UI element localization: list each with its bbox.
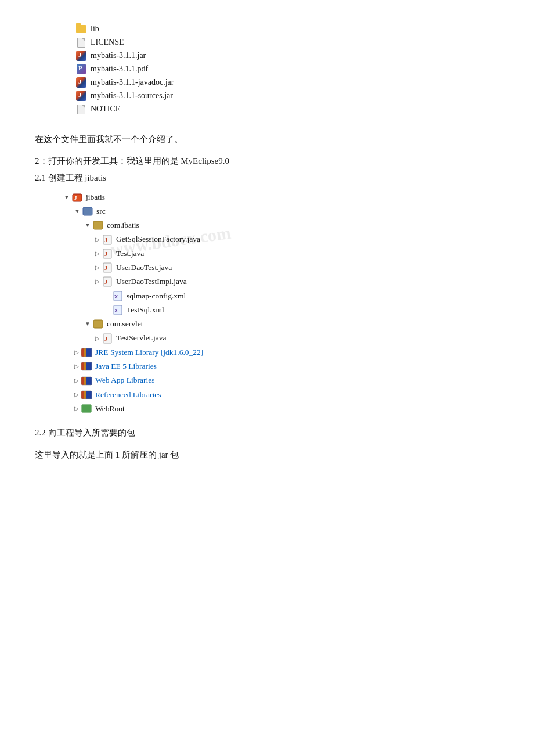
file-name: mybatis-3.1.1.jar [91, 51, 146, 60]
collapse-arrow: ▷ [74, 404, 79, 414]
tree-item-javaee-library[interactable]: ▷ Java EE 5 Libraries [74, 359, 499, 373]
library-icon [81, 347, 92, 358]
svg-rect-5 [93, 221, 103, 229]
tree-item-jre-library[interactable]: ▷ JRE System Library [jdk1.6.0_22] [74, 345, 499, 359]
svg-rect-33 [86, 377, 92, 385]
tree-label: Java EE 5 Libraries [95, 359, 157, 373]
tree-label: com.servlet [107, 317, 143, 331]
file-name: LICENSE [91, 38, 124, 47]
svg-rect-39 [82, 405, 91, 412]
list-item: NOTICE [75, 103, 499, 115]
tree-label: Test.java [116, 247, 144, 261]
tree-item-getsqlsessionfactory[interactable]: ▷ J GetSqlSessionFactory.java [95, 232, 499, 246]
file-name: mybatis-3.1.1.pdf [91, 64, 148, 74]
collapse-arrow: ▷ [95, 262, 100, 273]
tree-label: com.ibatis [107, 218, 139, 232]
page-content: lib LICENSE mybatis-3.1.1.jar mybatis-3.… [35, 23, 499, 463]
list-item: mybatis-3.1.1-sources.jar [75, 90, 499, 102]
tree-label: TestSql.xml [127, 303, 164, 317]
collapse-arrow: ▷ [74, 347, 79, 358]
collapse-arrow: ▷ [74, 390, 79, 400]
tree-label: TestServlet.java [116, 331, 166, 345]
package-icon [92, 219, 104, 231]
java-icon: J [102, 248, 113, 260]
file-icon [75, 103, 87, 115]
collapse-arrow: ▷ [95, 249, 100, 259]
tree-item-com-servlet[interactable]: ▼ com.servlet [85, 317, 499, 331]
svg-text:X: X [114, 294, 118, 300]
paragraph-1: 在这个文件里面我就不一个个介绍了。 [35, 132, 499, 147]
jar-icon [75, 77, 87, 88]
tree-item-referenced-libraries[interactable]: ▷ Referenced Libraries [74, 388, 499, 402]
heading-2: 2：打开你的开发工具：我这里用的是 MyEclipse9.0 [35, 156, 499, 167]
tree-item-testsql[interactable]: ▷ X TestSql.xml [106, 303, 499, 317]
tree-label: UserDaoTestImpl.java [116, 275, 187, 289]
svg-text:J: J [74, 195, 77, 201]
file-name: NOTICE [91, 105, 120, 114]
expand-arrow: ▼ [64, 192, 70, 203]
jar-icon [75, 50, 87, 62]
svg-rect-25 [86, 348, 92, 357]
paragraph-2: 这里导入的就是上面 1 所解压的 jar 包 [35, 448, 499, 463]
xml-icon: X [112, 304, 124, 316]
project-icon: J [71, 192, 83, 203]
tree-item-sqlmap-config[interactable]: ▷ X sqlmap-config.xml [106, 289, 499, 303]
tree-item-webapp-library[interactable]: ▷ Web App Libraries [74, 373, 499, 387]
tree-label: Web App Libraries [95, 373, 154, 387]
tree-label: WebRoot [95, 402, 125, 416]
library-icon [81, 361, 92, 372]
tree-item-src[interactable]: ▼ src [74, 204, 499, 218]
java-icon: J [102, 333, 113, 344]
tree-item-webroot[interactable]: ▷ WebRoot [74, 402, 499, 416]
list-item: mybatis-3.1.1.jar [75, 50, 499, 62]
tree-label: src [96, 204, 106, 218]
svg-rect-3 [83, 207, 92, 215]
list-item: mybatis-3.1.1-javadoc.jar [75, 77, 499, 88]
collapse-arrow: ▷ [74, 376, 79, 386]
expand-arrow: ▼ [74, 206, 80, 217]
heading-22: 2.2 向工程导入所需要的包 [35, 427, 499, 438]
tree-label: sqlmap-config.xml [127, 289, 186, 303]
svg-text:J: J [104, 237, 107, 243]
webroot-icon [81, 403, 92, 415]
tree-label: GetSqlSessionFactory.java [116, 232, 200, 246]
tree-label: jibatis [86, 190, 105, 204]
project-tree: www.bdocx.com ▼ J jibatis ▼ [64, 190, 499, 416]
file-name: lib [91, 24, 99, 34]
tree-item-userdaotest[interactable]: ▷ J UserDaoTest.java [95, 261, 499, 275]
svg-text:J: J [104, 279, 107, 285]
tree-label: UserDaoTest.java [116, 261, 172, 275]
src-icon [82, 206, 93, 217]
xml-icon: X [112, 290, 124, 302]
tree-label: Referenced Libraries [95, 388, 161, 402]
collapse-arrow: ▷ [74, 361, 79, 372]
svg-rect-19 [93, 320, 103, 328]
pdf-icon [75, 63, 87, 75]
svg-text:J: J [104, 251, 107, 257]
tree-item-jibatis[interactable]: ▼ J jibatis [64, 190, 499, 204]
java-icon: J [102, 234, 113, 246]
collapse-arrow: ▷ [95, 276, 100, 287]
file-name: mybatis-3.1.1-sources.jar [91, 91, 173, 100]
tree-item-com-ibatis[interactable]: ▼ com.ibatis [85, 218, 499, 232]
tree-item-userdaotestimpl[interactable]: ▷ J UserDaoTestImpl.java [95, 275, 499, 289]
expand-arrow: ▼ [85, 319, 91, 329]
svg-rect-37 [86, 391, 92, 399]
package-icon [92, 318, 104, 330]
file-name: mybatis-3.1.1-javadoc.jar [91, 78, 174, 87]
tree-item-testservlet[interactable]: ▷ J TestServlet.java [95, 331, 499, 345]
svg-text:J: J [104, 265, 107, 271]
collapse-arrow: ▷ [95, 235, 100, 245]
library-icon [81, 389, 92, 401]
java-icon: J [102, 262, 113, 273]
java-icon: J [102, 276, 113, 287]
svg-rect-29 [86, 362, 92, 370]
tree-label: JRE System Library [jdk1.6.0_22] [95, 345, 203, 359]
collapse-arrow: ▷ [95, 333, 100, 344]
tree-item-test[interactable]: ▷ J Test.java [95, 247, 499, 261]
svg-text:X: X [114, 308, 118, 314]
svg-text:J: J [104, 336, 107, 342]
file-icon [75, 37, 87, 48]
heading-21: 2.1 创建工程 jibatis [35, 172, 499, 183]
expand-arrow: ▼ [85, 220, 91, 231]
